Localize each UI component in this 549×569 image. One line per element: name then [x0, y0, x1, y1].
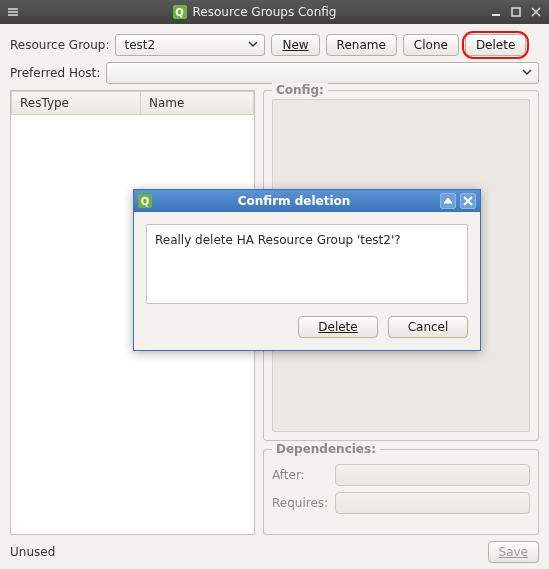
- clone-button[interactable]: Clone: [403, 34, 459, 56]
- dialog-titlebar: Q Confirm deletion: [134, 190, 480, 212]
- window-titlebar: Q Resource Groups Config: [0, 0, 549, 24]
- window-body: Resource Group: test2 New Rename Clone D…: [0, 24, 549, 569]
- preferred-host-label: Preferred Host:: [10, 66, 100, 80]
- resource-group-row: Resource Group: test2 New Rename Clone D…: [10, 34, 539, 56]
- delete-button[interactable]: Delete: [465, 34, 526, 56]
- window-title: Resource Groups Config: [193, 5, 337, 19]
- confirm-deletion-dialog: Q Confirm deletion Really delete HA Reso…: [133, 189, 481, 351]
- rename-button[interactable]: Rename: [326, 34, 397, 56]
- new-button[interactable]: New: [271, 34, 319, 56]
- save-button[interactable]: Save: [488, 541, 539, 563]
- config-legend: Config:: [272, 83, 328, 97]
- resource-group-combo[interactable]: test2: [115, 34, 265, 56]
- col-name[interactable]: Name: [141, 91, 254, 115]
- dialog-delete-button[interactable]: Delete: [298, 316, 378, 338]
- status-text: Unused: [10, 545, 55, 559]
- resource-group-selected: test2: [124, 38, 155, 52]
- chevron-down-icon: [522, 66, 532, 80]
- maximize-icon[interactable]: [509, 5, 523, 19]
- app-logo-icon: Q: [173, 5, 187, 19]
- col-restype[interactable]: ResType: [11, 91, 141, 115]
- close-icon[interactable]: [529, 5, 543, 19]
- dialog-up-icon[interactable]: [440, 193, 456, 209]
- footer: Unused Save: [10, 535, 539, 563]
- app-logo-icon: Q: [138, 194, 152, 208]
- dialog-cancel-button[interactable]: Cancel: [388, 316, 468, 338]
- dialog-buttons: Delete Cancel: [146, 316, 468, 338]
- minimize-icon[interactable]: [489, 5, 503, 19]
- dialog-message: Really delete HA Resource Group 'test2'?: [146, 224, 468, 304]
- window-menu-icon[interactable]: [6, 5, 20, 19]
- dependencies-legend: Dependencies:: [272, 442, 380, 456]
- after-field[interactable]: [335, 464, 530, 486]
- dependencies-groupbox: Dependencies: After: Requires:: [263, 449, 539, 535]
- preferred-host-row: Preferred Host:: [10, 62, 539, 84]
- requires-label: Requires:: [272, 496, 327, 510]
- dialog-close-icon[interactable]: [460, 193, 476, 209]
- svg-rect-0: [512, 8, 520, 16]
- dialog-body: Really delete HA Resource Group 'test2'?…: [134, 212, 480, 350]
- preferred-host-combo[interactable]: [106, 62, 539, 84]
- resource-group-label: Resource Group:: [10, 38, 109, 52]
- after-label: After:: [272, 468, 327, 482]
- dialog-title: Confirm deletion: [152, 194, 436, 208]
- requires-field[interactable]: [335, 492, 530, 514]
- resource-list-header: ResType Name: [11, 91, 254, 115]
- chevron-down-icon: [248, 38, 258, 52]
